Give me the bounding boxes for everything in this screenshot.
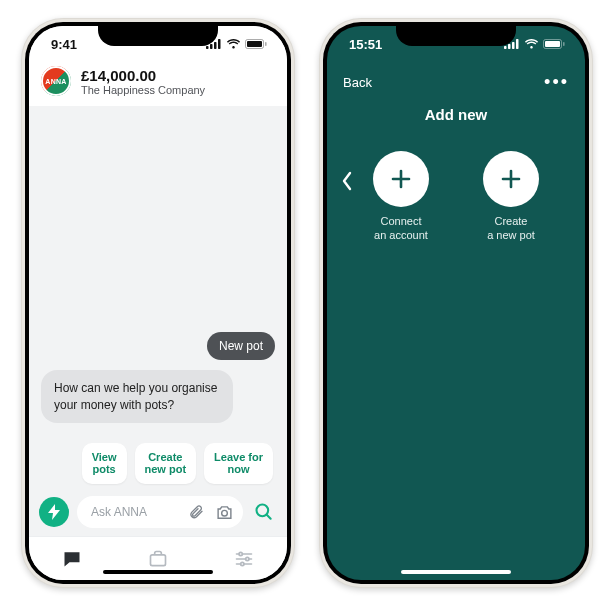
svg-rect-1	[210, 44, 213, 49]
svg-rect-5	[247, 41, 262, 47]
addnew-nav: Back ••• Add new	[327, 62, 585, 123]
bolt-icon	[47, 504, 61, 520]
svg-rect-19	[512, 42, 515, 49]
home-indicator[interactable]	[103, 570, 213, 574]
account-balance: £14,000.00	[81, 67, 205, 84]
battery-icon	[245, 39, 267, 49]
phone-bezel: 9:41 ANNA £14,000.00 The Happiness Compa…	[25, 22, 291, 584]
user-message-bubble: New pot	[207, 332, 275, 360]
status-indicators	[504, 39, 565, 49]
account-header-text: £14,000.00 The Happiness Company	[81, 67, 205, 96]
search-icon	[254, 502, 274, 522]
svg-point-14	[239, 552, 242, 555]
status-time: 15:51	[349, 37, 382, 52]
nav-back-button[interactable]: Back	[343, 75, 372, 90]
battery-icon	[543, 39, 565, 49]
nav-title: Add new	[343, 106, 569, 123]
action-button[interactable]	[39, 497, 69, 527]
addnew-screen: 15:51 Back ••• Add new	[327, 26, 585, 580]
svg-point-15	[246, 557, 249, 560]
quick-reply-row: View pots Create new pot Leave for now	[41, 443, 275, 484]
svg-rect-2	[214, 42, 217, 49]
plus-icon	[499, 167, 523, 191]
status-time: 9:41	[51, 37, 77, 52]
plus-icon	[389, 167, 413, 191]
plus-circle-icon	[483, 151, 539, 207]
status-indicators	[206, 39, 267, 49]
wifi-icon	[226, 39, 241, 49]
bot-message-bubble: How can we help you organise your money …	[41, 370, 233, 422]
tab-chat[interactable]	[59, 546, 85, 572]
quick-reply-leave[interactable]: Leave for now	[204, 443, 273, 484]
chat-body: New pot How can we help you organise you…	[29, 106, 287, 490]
briefcase-icon	[148, 549, 168, 569]
search-button[interactable]	[251, 499, 277, 525]
phone-bezel: 15:51 Back ••• Add new	[323, 22, 589, 584]
svg-point-7	[221, 510, 227, 516]
svg-rect-23	[563, 42, 565, 46]
account-company: The Happiness Company	[81, 84, 205, 96]
svg-rect-3	[218, 39, 221, 49]
account-header[interactable]: ANNA £14,000.00 The Happiness Company	[29, 62, 287, 106]
chat-tab-icon	[62, 549, 82, 569]
chat-input-row: Ask ANNA	[29, 490, 287, 536]
addnew-options: Connect an account Create a new pot	[327, 151, 585, 243]
ask-placeholder: Ask ANNA	[91, 505, 179, 519]
option-label: Connect an account	[374, 215, 428, 243]
option-label: Create a new pot	[487, 215, 535, 243]
quick-reply-create-pot[interactable]: Create new pot	[135, 443, 197, 484]
sliders-icon	[234, 549, 254, 569]
tab-briefcase[interactable]	[145, 546, 171, 572]
svg-point-16	[241, 562, 244, 565]
option-create-pot[interactable]: Create a new pot	[468, 151, 554, 243]
phone-addnew: 15:51 Back ••• Add new	[319, 18, 593, 588]
plus-circle-icon	[373, 151, 429, 207]
svg-rect-22	[545, 41, 560, 47]
svg-line-9	[267, 515, 271, 519]
ask-input[interactable]: Ask ANNA	[77, 496, 243, 528]
svg-rect-20	[516, 39, 519, 49]
option-connect-account[interactable]: Connect an account	[358, 151, 444, 243]
phone-chat: 9:41 ANNA £14,000.00 The Happiness Compa…	[21, 18, 295, 588]
svg-rect-18	[508, 44, 511, 49]
svg-rect-0	[206, 46, 209, 49]
tab-settings[interactable]	[231, 546, 257, 572]
chevron-left-icon[interactable]	[341, 171, 353, 195]
svg-rect-17	[504, 46, 507, 49]
anna-logo: ANNA	[41, 66, 71, 96]
wifi-icon	[524, 39, 539, 49]
home-indicator[interactable]	[401, 570, 511, 574]
attach-icon[interactable]	[185, 501, 207, 523]
quick-reply-view-pots[interactable]: View pots	[82, 443, 127, 484]
camera-icon[interactable]	[213, 501, 235, 523]
phone-notch	[98, 22, 218, 46]
chat-screen: 9:41 ANNA £14,000.00 The Happiness Compa…	[29, 26, 287, 580]
svg-rect-10	[151, 554, 166, 565]
svg-rect-6	[265, 42, 267, 46]
phone-notch	[396, 22, 516, 46]
